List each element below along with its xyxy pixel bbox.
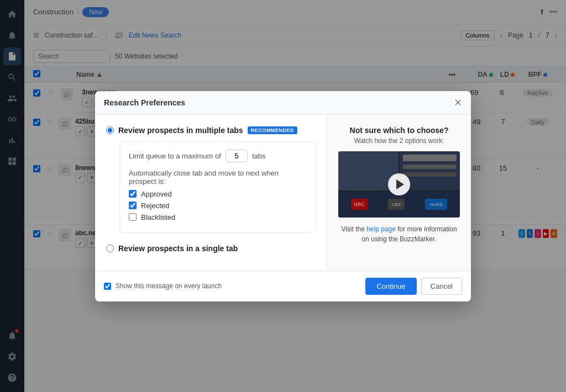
modal-close-button[interactable]: ✕ bbox=[454, 98, 462, 108]
modal-overlay: Research Preferences ✕ Review prospects … bbox=[0, 0, 566, 392]
limit-text-before: Limit queue to a maximum of bbox=[129, 152, 221, 160]
video-thumbnail[interactable]: NBC CBS NURS bbox=[338, 151, 460, 218]
rejected-label: Rejected bbox=[141, 202, 169, 210]
help-text: Visit the help page for more information… bbox=[338, 224, 460, 244]
blacklisted-checkbox-row: Blacklisted bbox=[129, 213, 306, 221]
limit-row: Limit queue to a maximum of tabs bbox=[129, 150, 306, 162]
continue-button[interactable]: Continue bbox=[365, 278, 416, 295]
footer-buttons: Continue Cancel bbox=[365, 278, 462, 295]
research-preferences-modal: Research Preferences ✕ Review prospects … bbox=[95, 91, 471, 301]
modal-right-panel: Not sure which to choose? Watch how the … bbox=[327, 115, 471, 271]
modal-body: Review prospects in multiple tabs RECOMM… bbox=[95, 115, 471, 271]
option1-radio[interactable]: Review prospects in multiple tabs RECOMM… bbox=[106, 126, 316, 135]
help-page-link[interactable]: help page bbox=[366, 225, 396, 233]
approved-label: Approved bbox=[141, 190, 172, 198]
right-panel-title: Not sure which to choose? bbox=[350, 126, 449, 135]
option2-radio[interactable]: Review prospects in a single tab bbox=[106, 244, 316, 253]
limit-text-after: tabs bbox=[252, 152, 266, 160]
limit-input[interactable] bbox=[226, 150, 248, 162]
modal-footer: Show this message on every launch Contin… bbox=[95, 271, 471, 301]
option2-label: Review prospects in a single tab bbox=[118, 244, 238, 253]
rejected-checkbox[interactable] bbox=[129, 202, 137, 209]
approved-checkbox-row: Approved bbox=[129, 190, 306, 198]
app-container: Construction › New ⬆ ••• ⊞ Construction … bbox=[0, 0, 566, 392]
blacklisted-checkbox[interactable] bbox=[129, 213, 137, 221]
approved-checkbox[interactable] bbox=[129, 190, 137, 198]
option1-suboptions: Limit queue to a maximum of tabs Automat… bbox=[119, 141, 316, 233]
modal-header: Research Preferences ✕ bbox=[95, 91, 471, 115]
modal-title: Research Preferences bbox=[104, 98, 185, 107]
cancel-button[interactable]: Cancel bbox=[421, 278, 462, 295]
show-message-checkbox[interactable] bbox=[104, 283, 111, 290]
auto-close-label: Automatically close tab and move to next… bbox=[129, 169, 306, 186]
blacklisted-label: Blacklisted bbox=[141, 213, 175, 221]
recommended-badge: RECOMMENDED bbox=[248, 126, 297, 134]
option2-radio-input[interactable] bbox=[106, 245, 114, 252]
rejected-checkbox-row: Rejected bbox=[129, 202, 306, 210]
modal-left-panel: Review prospects in multiple tabs RECOMM… bbox=[95, 115, 327, 271]
show-message-label: Show this message on every launch bbox=[116, 282, 222, 290]
right-panel-subtitle: Watch how the 2 options work: bbox=[354, 137, 444, 145]
video-play-button[interactable] bbox=[388, 173, 410, 195]
option1-radio-input[interactable] bbox=[106, 126, 114, 134]
option1-label: Review prospects in multiple tabs bbox=[118, 126, 243, 135]
footer-checkbox-row: Show this message on every launch bbox=[104, 282, 222, 290]
help-text-before: Visit the bbox=[341, 225, 364, 233]
